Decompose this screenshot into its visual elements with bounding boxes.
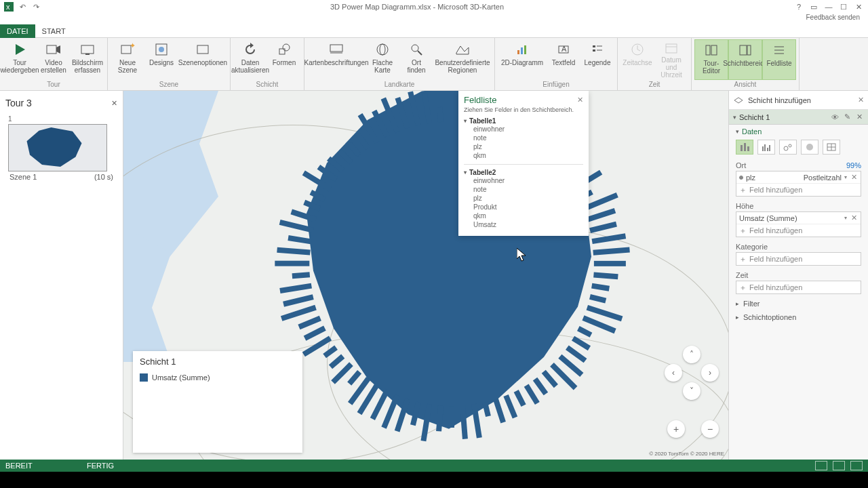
fieldlist-close-icon[interactable]: ✕ [577,96,583,104]
tour-close-icon[interactable]: ✕ [111,99,117,108]
field-item[interactable]: qkm [464,151,583,160]
zoom-out-button[interactable]: − [701,420,719,438]
svg-rect-46 [747,146,749,151]
viz-bubble[interactable] [779,140,797,155]
rotate-left-button[interactable]: ‹ [665,364,682,382]
scene-thumbnail[interactable]: 1 Szene 1(10 s) [8,115,115,181]
svg-point-16 [377,44,388,55]
field-item[interactable]: note [464,134,583,142]
map-labels-button[interactable]: Kartenbeschriftungen [307,39,366,80]
view-mode-2[interactable] [833,461,845,470]
rename-icon[interactable]: ✎ [842,113,852,121]
field-item[interactable]: plz [464,142,583,151]
group-insert: Einfügen [495,81,617,90]
svg-rect-11 [197,45,208,54]
add-layer-button[interactable]: Schicht hinzufügen [748,96,811,104]
tilt-up-button[interactable]: ˄ [683,346,701,363]
field-item[interactable]: einwohner [464,176,583,185]
viz-heatmap[interactable] [801,140,818,155]
map-legend[interactable]: Schicht 1 Umsatz (Summe) [133,351,302,453]
field-item[interactable]: plz [464,194,583,203]
screen-capture-button[interactable]: Bildschirm erfassen [71,39,104,80]
minimize-icon[interactable]: — [822,1,835,12]
svg-rect-44 [741,145,743,151]
help-icon[interactable]: ? [792,1,806,12]
redo-icon[interactable]: ↷ [30,1,42,13]
map-canvas[interactable]: Schicht 1 Umsatz (Summe) ˄ ‹ › ˅ + − © 2… [123,91,728,460]
table-node[interactable]: Tabelle1 [464,117,583,125]
height-fieldwell[interactable]: Umsatz (Summe)▾✕ ＋Feld hinzufügen [736,211,861,237]
viz-stacked-column[interactable] [736,140,753,155]
svg-rect-23 [524,45,526,54]
legend-button[interactable]: Legende [580,39,614,80]
rotate-right-button[interactable]: › [701,364,719,382]
zoom-in-button[interactable]: + [667,420,685,438]
tab-start[interactable]: START [35,24,73,38]
category-fieldwell[interactable]: ＋Feld hinzufügen [736,252,861,266]
undo-icon[interactable]: ↶ [16,1,28,13]
field-item[interactable]: note [464,185,583,194]
flat-map-button[interactable]: Flache Karte [366,39,399,80]
time-fieldwell[interactable]: ＋Feld hinzufügen [736,281,861,294]
2d-chart-button[interactable]: 2D-Diagramm [498,39,547,80]
delete-layer-icon[interactable]: ✕ [854,113,864,121]
close-icon[interactable]: ✕ [852,1,865,12]
svg-marker-2 [16,44,25,55]
scene-options-button[interactable]: Szenenoptionen [178,39,227,80]
field-item[interactable]: einwohner [464,125,583,134]
maximize-icon[interactable]: ☐ [837,1,850,12]
panel-close-icon[interactable]: ✕ [858,96,864,104]
textbox-button[interactable]: ATextfeld [547,39,580,80]
svg-rect-35 [706,45,710,55]
field-item[interactable]: Umsatz [464,220,583,229]
create-video-button[interactable]: Video erstellen [37,39,71,80]
layer-pane-button[interactable]: Schichtbereich [728,39,762,80]
tilt-down-button[interactable]: ˅ [683,382,701,400]
view-mode-1[interactable] [815,461,827,470]
custom-regions-button[interactable]: Benutzerdefinierte Regionen [433,39,492,80]
filter-section[interactable]: ▸Filter [729,297,868,310]
svg-rect-33 [666,44,677,53]
tour-panel: Tour 3 ✕ 1 Szene 1(10 s) [0,91,123,460]
designs-button[interactable]: Designs [144,39,178,80]
svg-point-52 [789,144,791,147]
viz-clustered-column[interactable] [757,140,775,155]
fieldlist-button[interactable]: Feldliste [762,39,796,80]
svg-rect-21 [517,50,519,54]
view-mode-3[interactable] [850,461,863,470]
timeline-button: Zeitachse [620,39,654,80]
svg-point-53 [806,144,813,150]
table-node[interactable]: Tabelle2 [464,169,583,176]
layer-header[interactable]: ▾ Schicht 1 👁 ✎ ✕ [729,110,868,125]
svg-rect-38 [747,45,751,55]
visibility-icon[interactable]: 👁 [830,113,840,121]
svg-marker-20 [456,46,469,54]
ribbon-toggle-icon[interactable]: ▭ [807,1,821,12]
window-title: 3D Power Map Diagramm.xlsx - Microsoft 3… [42,3,792,11]
svg-rect-5 [81,45,94,54]
tab-file[interactable]: DATEI [0,24,35,38]
layer-options-section[interactable]: ▸Schichtoptionen [729,310,868,324]
new-scene-button[interactable]: ✦Neue Szene [111,39,144,80]
field-list-pane[interactable]: Feldliste✕ Ziehen Sie Felder in den Schi… [458,91,589,236]
location-fieldwell[interactable]: plzPostleitzahl▾✕ ＋Feld hinzufügen [736,171,861,197]
geocode-confidence[interactable]: 99% [846,161,861,169]
svg-rect-3 [47,45,56,54]
svg-point-10 [159,47,164,52]
svg-line-32 [637,49,640,51]
svg-rect-49 [767,148,768,151]
legend-title: Schicht 1 [140,357,296,367]
app-icon: x [3,1,15,13]
play-tour-button[interactable]: Tour wiedergeben [3,39,37,80]
remove-field-icon[interactable]: ✕ [850,173,858,182]
feedback-link[interactable]: Feedback senden [0,14,868,24]
remove-field-icon[interactable]: ✕ [850,214,858,222]
svg-text:x: x [6,3,10,11]
viz-region[interactable] [823,140,840,155]
svg-rect-45 [744,143,746,151]
shapes-button[interactable]: Formen [267,39,301,80]
field-item[interactable]: Produkt [464,203,583,211]
refresh-data-button[interactable]: Daten aktualisieren [233,39,267,80]
field-item[interactable]: qkm [464,211,583,220]
find-location-button[interactable]: Ort finden [399,39,433,80]
